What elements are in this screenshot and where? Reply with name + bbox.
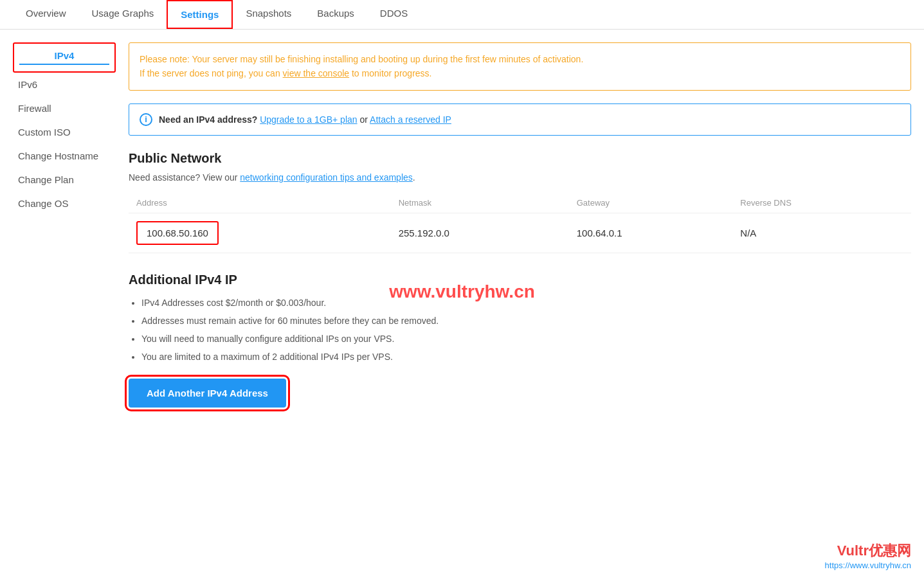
ip-address-value: 100.68.50.160 (136, 221, 219, 245)
sidebar-item-ipv6[interactable]: IPv6 (13, 73, 116, 96)
warning-text2: If the server does not ping, you can (140, 68, 283, 78)
sidebar-item-custom-iso[interactable]: Custom ISO (13, 120, 116, 144)
nav-overview[interactable]: Overview (13, 0, 79, 29)
nav-backups[interactable]: Backups (304, 0, 367, 29)
list-item: IPv4 Addresses cost $2/month or $0.003/h… (141, 294, 911, 312)
sidebar-item-change-os[interactable]: Change OS (13, 192, 116, 215)
col-gateway: Gateway (569, 193, 733, 213)
info-text: Need an IPv4 address? Upgrade to a 1GB+ … (159, 114, 451, 125)
sidebar-item-ipv4[interactable]: IPv4 (13, 42, 116, 73)
networking-tips-link[interactable]: networking configuration tips and exampl… (240, 172, 413, 183)
cell-address: 100.68.50.160 (129, 213, 391, 253)
warning-text3: to monitor progress. (349, 68, 431, 78)
main-layout: IPv4 IPv6 Firewall Custom ISO Change Hos… (0, 30, 924, 420)
info-middle: or (359, 114, 370, 125)
nav-settings[interactable]: Settings (167, 0, 233, 29)
info-alert: i Need an IPv4 address? Upgrade to a 1GB… (129, 103, 911, 136)
sidebar-item-change-hostname[interactable]: Change Hostname (13, 144, 116, 168)
nav-usage-graphs[interactable]: Usage Graphs (79, 0, 167, 29)
reserved-ip-link[interactable]: Attach a reserved IP (370, 114, 451, 125)
warning-text1: Please note: Your server may still be fi… (140, 54, 583, 64)
console-link[interactable]: view the console (283, 68, 350, 78)
cell-gateway: 100.64.0.1 (569, 213, 733, 253)
top-nav: Overview Usage Graphs Settings Snapshots… (0, 0, 924, 30)
additional-ipv4-section: Additional IPv4 IP IPv4 Addresses cost $… (129, 273, 911, 408)
list-item: Addresses must remain active for 60 minu… (141, 312, 911, 330)
col-reverse-dns: Reverse DNS (732, 193, 911, 213)
info-prefix: Need an IPv4 address? (159, 114, 257, 125)
public-network-table: Address Netmask Gateway Reverse DNS 100.… (129, 193, 911, 253)
additional-ipv4-title: Additional IPv4 IP (129, 273, 911, 287)
cell-netmask: 255.192.0.0 (391, 213, 569, 253)
add-ipv4-button[interactable]: Add Another IPv4 Address (129, 379, 286, 408)
list-item: You will need to manually configure addi… (141, 330, 911, 348)
info-icon: i (140, 113, 152, 126)
col-address: Address (129, 193, 391, 213)
table-row: 100.68.50.160 255.192.0.0 100.64.0.1 N/A (129, 213, 911, 253)
sidebar-item-change-plan[interactable]: Change Plan (13, 168, 116, 192)
public-network-section: Public Network Need assistance? View our… (129, 151, 911, 253)
public-network-title: Public Network (129, 151, 911, 166)
additional-ipv4-list: IPv4 Addresses cost $2/month or $0.003/h… (141, 294, 911, 366)
list-item: You are limited to a maximum of 2 additi… (141, 348, 911, 366)
warning-alert: Please note: Your server may still be fi… (129, 42, 911, 91)
upgrade-plan-link[interactable]: Upgrade to a 1GB+ plan (260, 114, 357, 125)
sidebar-item-firewall[interactable]: Firewall (13, 96, 116, 120)
nav-ddos[interactable]: DDOS (367, 0, 421, 29)
nav-snapshots[interactable]: Snapshots (233, 0, 304, 29)
sidebar: IPv4 IPv6 Firewall Custom ISO Change Hos… (13, 42, 129, 408)
content-area: Please note: Your server may still be fi… (129, 42, 911, 408)
col-netmask: Netmask (391, 193, 569, 213)
cell-reverse-dns: N/A (732, 213, 911, 253)
public-network-subtitle: Need assistance? View our networking con… (129, 172, 911, 183)
